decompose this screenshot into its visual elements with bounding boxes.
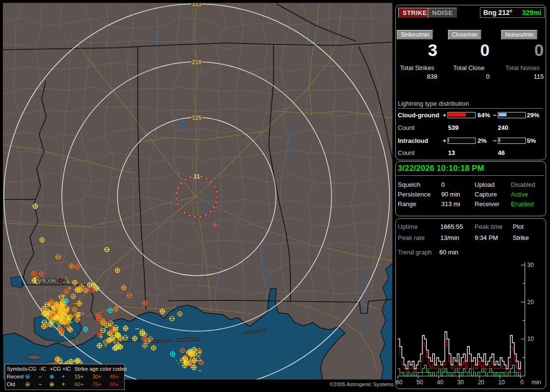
svg-text:10: 10: [498, 379, 505, 386]
distribution-divider: [398, 108, 543, 109]
map-legend: Symbols -CG -IC +CG +IC Strike age color…: [5, 364, 125, 390]
legend-symbols-header: Symbols: [7, 366, 27, 372]
noises-per-min-button[interactable]: Noises/min: [501, 30, 537, 40]
trend-graph: 1020306050403020100min: [396, 257, 545, 387]
cg-plus-pct: 64%: [478, 112, 490, 119]
plot-mode-value: Strike: [513, 234, 529, 241]
total-noises-label: Total Noises: [501, 64, 544, 71]
svg-text:30: 30: [527, 262, 534, 268]
total-strikes-value: 838: [397, 73, 437, 80]
intracloud-label: Intracloud: [398, 137, 428, 144]
ic-plus-count: 13: [448, 149, 455, 156]
svg-text:60: 60: [396, 379, 403, 386]
counters-panel: STRIKE NOISE Bng 212° 329mi Strikes/min …: [395, 5, 546, 160]
bearing-value: Bng 212°: [483, 9, 512, 16]
svg-text:40: 40: [437, 379, 444, 386]
copyright-text: ©2005 Astrogenic Systems: [330, 381, 393, 387]
pos-ic-old-icon: +: [59, 381, 67, 387]
nexstorm-window: 31321912531 Q-6396 + 2 Symbols -CG: [0, 0, 550, 392]
ic-minus-count: 46: [498, 149, 505, 156]
neg-cg-old-icon: ⊖: [24, 381, 31, 387]
noises-rate: 0: [501, 42, 544, 58]
ic-minus-pct: 5%: [527, 137, 536, 144]
neg-cg-recent-icon: ⊖: [24, 374, 31, 379]
legend-row-recent: Recent: [7, 374, 24, 379]
total-noises-value: 115: [501, 73, 544, 80]
trend-graph-window: 60 min: [439, 249, 458, 256]
cloud-ground-label: Cloud-ground: [398, 112, 439, 119]
plot-mode-label: Plot: [513, 223, 523, 230]
svg-text:30: 30: [457, 379, 464, 386]
strikes-rate: 3: [397, 42, 437, 58]
status-panel: 3/22/2026 10:10:18 PM Squelch 0 Upload D…: [395, 161, 546, 216]
pos-cg-recent-icon: ⊕: [48, 374, 56, 379]
bearing-display: Bng 212° 329mi: [480, 7, 545, 18]
strikes-per-min-button[interactable]: Strikes/min: [397, 30, 433, 40]
close-per-min-button[interactable]: Close/min: [448, 30, 481, 40]
ic-plus-bar: [448, 138, 476, 144]
pos-ic-recent-icon: +: [59, 374, 67, 379]
svg-text:125: 125: [192, 114, 202, 121]
session-panel: Uptime 1665:55 Peak time Plot Peak rate …: [395, 218, 546, 389]
svg-text:31: 31: [193, 173, 200, 180]
noise-button[interactable]: NOISE: [428, 8, 457, 18]
svg-text:2: 2: [63, 278, 66, 284]
svg-text:50: 50: [417, 379, 423, 386]
peak-time-value: 9:34 PM: [475, 234, 498, 241]
svg-text:min: min: [532, 379, 541, 386]
pos-cg-old-icon: ⊕: [48, 381, 56, 387]
total-strikes-label: Total Strikes: [397, 64, 437, 71]
ic-minus-bar: [498, 138, 526, 144]
date-time: 3/22/2026 10:10:18 PM: [398, 164, 484, 173]
close-rate: 0: [448, 42, 490, 58]
cg-plus-count: 539: [448, 124, 459, 131]
receiver-status: Enabled: [511, 200, 534, 208]
svg-text:20: 20: [527, 299, 534, 306]
cg-plus-bar: [448, 112, 476, 118]
upload-status: Disabled: [511, 181, 536, 188]
range-value: 313 mi: [441, 200, 460, 208]
uptime-value: 1665:55: [440, 223, 463, 230]
peak-rate-value: 13/min: [440, 234, 459, 241]
neg-ic-recent-icon: −: [36, 374, 44, 379]
bearing-range-value: 329mi: [522, 9, 541, 16]
legend-age-title: Strike age color codes: [74, 366, 127, 372]
total-close-value: 0: [448, 73, 490, 80]
total-close-label: Total Close: [448, 64, 490, 71]
squelch-value: 0: [441, 181, 445, 188]
cg-minus-count: 240: [498, 124, 508, 131]
svg-text:219: 219: [192, 59, 202, 66]
trend-graph-label: Trend graph: [398, 249, 432, 256]
cg-minus-pct: 29%: [527, 112, 539, 119]
svg-text:10: 10: [527, 336, 534, 342]
capture-status: Active: [511, 191, 528, 198]
strike-button[interactable]: STRIKE: [398, 8, 432, 18]
svg-text:20: 20: [478, 379, 485, 386]
ic-plus-pct: 2%: [478, 137, 487, 144]
neg-ic-old-icon: −: [36, 381, 44, 387]
svg-text:Q-6396: Q-6396: [37, 278, 56, 284]
svg-text:313: 313: [192, 3, 202, 8]
lightning-map[interactable]: 31321912531 Q-6396 + 2: [3, 3, 392, 379]
distribution-title: Lightning type distribution: [398, 100, 469, 107]
persistence-value: 90 min: [441, 191, 460, 198]
svg-text:0: 0: [521, 379, 524, 386]
svg-text:+: +: [58, 278, 62, 284]
legend-row-old: Old: [7, 381, 15, 387]
storm-cell-label: Q-6396 + 2: [37, 278, 66, 284]
cg-minus-bar: [498, 112, 526, 118]
